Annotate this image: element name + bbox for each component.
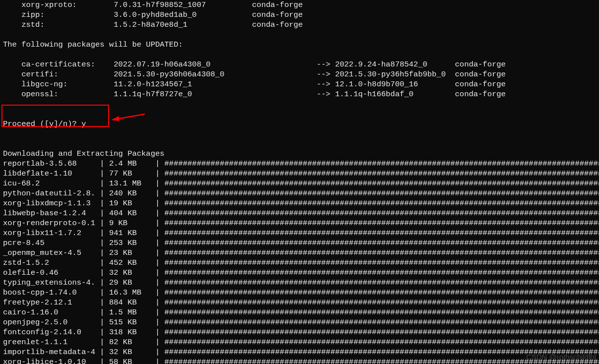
terminal-output: xorg-xproto: 7.0.31-h7f98852_1007 conda-… (0, 0, 599, 364)
